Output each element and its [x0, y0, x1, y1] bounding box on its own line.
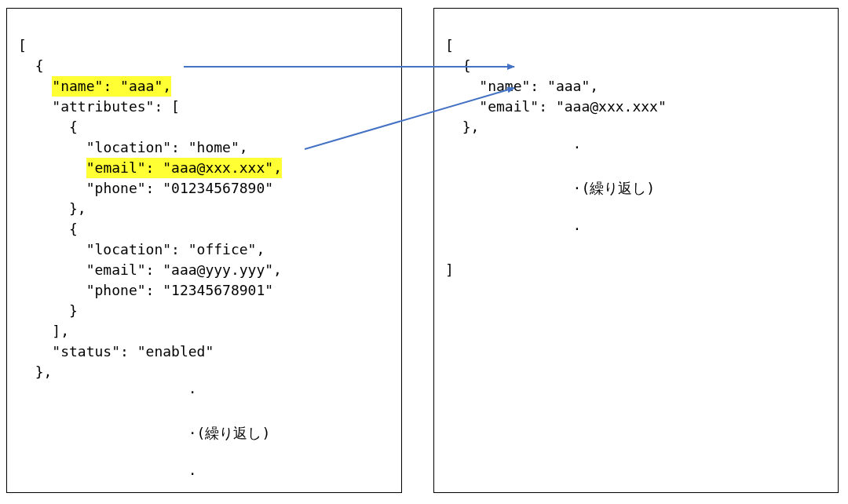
code-line: [ [445, 37, 454, 53]
ellipsis-dot: · [445, 137, 827, 158]
repeat-label: ·(繰り返し) [18, 423, 390, 444]
code-line: "email": "aaa@xxx.xxx", [18, 159, 282, 176]
code-line: "status": "enabled" [18, 343, 214, 360]
code-line: "name": "aaa", [18, 78, 171, 94]
code-line: ] [445, 261, 454, 278]
code-line: "email": "aaa@xxx.xxx" [445, 98, 667, 115]
repeat-label: ·(繰り返し) [445, 178, 827, 199]
ellipsis-dot: · [18, 382, 390, 403]
code-line: "email": "aaa@yyy.yyy", [18, 261, 282, 278]
ellipsis-dot: · [18, 464, 390, 484]
code-line: "location": "home", [18, 139, 248, 155]
code-line: }, [18, 200, 86, 217]
highlight-name: "name": "aaa" [52, 76, 163, 97]
highlight-email: "email": "aaa@xxx.xxx" [86, 158, 273, 178]
ellipsis-dot: · [445, 219, 827, 239]
code-line: [ [18, 37, 27, 53]
code-line: { [18, 221, 78, 237]
code-line: "phone": "01234567890" [18, 180, 273, 196]
code-line: "location": "office", [18, 241, 265, 257]
code-line: }, [18, 363, 52, 380]
code-line: { [18, 57, 44, 74]
code-line: } [18, 302, 78, 319]
code-line: ], [18, 323, 69, 339]
source-json-panel: [ { "name": "aaa", "attributes": [ { "lo… [6, 8, 402, 493]
code-line: { [445, 57, 471, 74]
code-line: "name": "aaa", [445, 78, 598, 94]
result-json-panel: [ { "name": "aaa", "email": "aaa@xxx.xxx… [433, 8, 839, 493]
code-line: }, [445, 119, 479, 135]
code-line: "attributes": [ [18, 98, 180, 115]
code-line: "phone": "12345678901" [18, 282, 273, 298]
code-line: { [18, 119, 78, 135]
